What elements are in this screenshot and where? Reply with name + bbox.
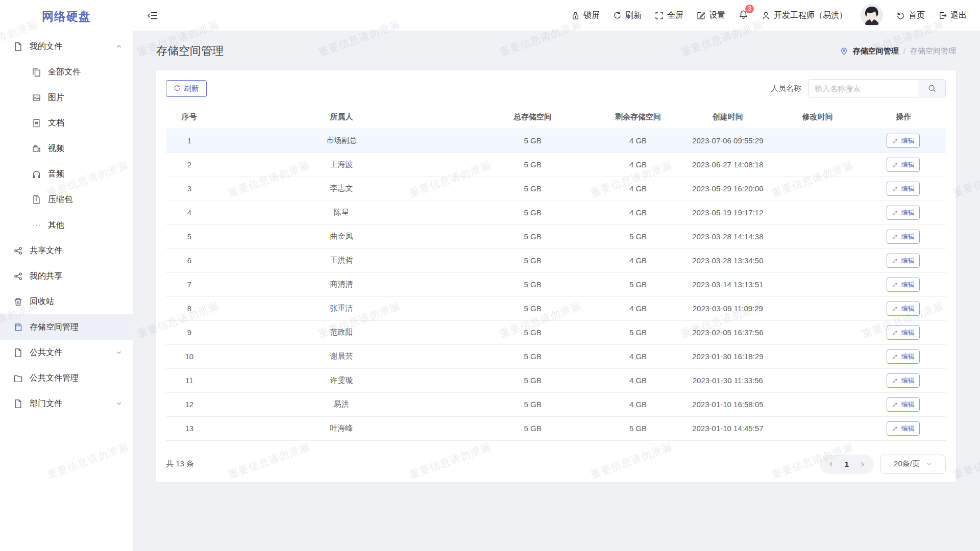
sidebar-item-public-files-management[interactable]: 公共文件管理 — [0, 365, 133, 391]
cell-modified — [775, 392, 861, 416]
edit-button[interactable]: 编辑 — [887, 230, 920, 244]
prev-page-button[interactable] — [823, 461, 839, 468]
table-row[interactable]: 13叶海峰5 GB5 GB2023-01-10 14:45:57编辑 — [166, 416, 946, 440]
sidebar-item-shared-files[interactable]: 共享文件 — [0, 238, 133, 263]
table-row[interactable]: 3李志文5 GB4 GB2023-05-29 16:20:00编辑 — [166, 177, 946, 201]
next-page-button[interactable] — [855, 461, 870, 468]
edit-button[interactable]: 编辑 — [887, 373, 920, 388]
fullscreen-icon — [655, 11, 664, 20]
search-button[interactable] — [918, 80, 945, 97]
cell-no: 1 — [166, 129, 213, 153]
table-row[interactable]: 6王洪哲5 GB4 GB2023-03-28 13:34:50编辑 — [166, 248, 946, 272]
sidebar-collapse-icon[interactable] — [147, 10, 158, 21]
table-row[interactable]: 10谢晨芸5 GB4 GB2023-01-30 16:18:29编辑 — [166, 344, 946, 368]
chevron-down-icon — [926, 461, 933, 467]
table-row[interactable]: 1市场副总5 GB4 GB2023-07-06 09:55:29编辑 — [166, 129, 946, 153]
edit-button[interactable]: 编辑 — [887, 325, 920, 340]
home-button[interactable]: 首页 — [896, 10, 925, 21]
edit-button[interactable]: 编辑 — [887, 254, 920, 268]
cell-free: 5 GB — [595, 320, 681, 344]
sidebar-item-label: 公共文件 — [30, 347, 62, 358]
lock-icon — [571, 11, 580, 20]
sidebar-menu: 我的文件全部文件图片文档视频音频压缩包其他共享文件我的共享回收站存储空间管理公共… — [0, 33, 133, 416]
sidebar-item-images[interactable]: 图片 — [0, 85, 133, 110]
sidebar-item-my-files[interactable]: 我的文件 — [0, 34, 133, 59]
fullscreen-button[interactable]: 全屏 — [655, 10, 683, 21]
table-row[interactable]: 4陈星5 GB4 GB2023-05-19 19:17:12编辑 — [166, 201, 946, 224]
sidebar-item-others[interactable]: 其他 — [0, 212, 133, 238]
sidebar-item-documents[interactable]: 文档 — [0, 110, 133, 136]
cell-owner: 商清清 — [213, 272, 471, 296]
table-row[interactable]: 9范政阳5 GB5 GB2023-02-05 16:37:56编辑 — [166, 320, 946, 344]
cell-modified — [775, 224, 861, 248]
sidebar-item-videos[interactable]: 视频 — [0, 136, 133, 161]
edit-pen-icon — [892, 378, 898, 384]
trash-icon — [13, 297, 23, 307]
lock-screen-button[interactable]: 锁屏 — [571, 10, 600, 21]
cell-modified — [775, 153, 861, 177]
more-icon — [32, 220, 41, 230]
edit-button[interactable]: 编辑 — [887, 397, 920, 412]
logout-button[interactable]: 退出 — [938, 10, 967, 21]
sidebar-item-recycle-bin[interactable]: 回收站 — [0, 289, 133, 314]
cell-created: 2023-01-10 16:58:05 — [681, 392, 774, 416]
cell-free: 4 GB — [595, 392, 681, 416]
settings-button[interactable]: 设置 — [697, 10, 725, 21]
table-row[interactable]: 8张重洁5 GB4 GB2023-03-09 11:09:29编辑 — [166, 296, 946, 320]
pager: 1 — [820, 455, 874, 474]
sidebar-item-label: 我的文件 — [30, 41, 62, 52]
cell-owner: 易洪 — [213, 392, 471, 416]
cell-modified — [775, 296, 861, 320]
edit-button[interactable]: 编辑 — [887, 278, 920, 292]
table-row[interactable]: 7商清清5 GB5 GB2023-03-14 13:13:51编辑 — [166, 272, 946, 296]
cell-total: 5 GB — [470, 129, 595, 153]
column-header: 创建时间 — [681, 106, 774, 129]
home-icon — [896, 11, 905, 20]
cell-modified — [775, 129, 861, 153]
table-row[interactable]: 11许雯璇5 GB4 GB2023-01-30 11:33:56编辑 — [166, 368, 946, 392]
user-role-button[interactable]: 开发工程师（易洪） — [762, 10, 847, 21]
sidebar-item-public-files[interactable]: 公共文件 — [0, 340, 133, 365]
edit-pen-icon — [892, 354, 898, 360]
cell-owner: 市场副总 — [213, 129, 471, 153]
sidebar-item-department-files[interactable]: 部门文件 — [0, 391, 133, 416]
page-size-select[interactable]: 20条/页 — [880, 455, 946, 474]
edit-button[interactable]: 编辑 — [887, 158, 920, 172]
cell-owner: 陈星 — [213, 201, 471, 224]
edit-button[interactable]: 编辑 — [887, 302, 920, 316]
sidebar-item-label: 公共文件管理 — [30, 373, 79, 384]
folder-icon — [13, 373, 23, 383]
doc-icon — [13, 399, 23, 409]
edit-button[interactable]: 编辑 — [887, 206, 920, 220]
cell-no: 4 — [166, 201, 213, 224]
refresh-label: 刷新 — [625, 10, 642, 21]
edit-button-label: 编辑 — [901, 184, 914, 193]
sidebar-item-label: 部门文件 — [30, 398, 62, 409]
breadcrumb-item[interactable]: 存储空间管理 — [853, 46, 899, 56]
sidebar-item-all-files[interactable]: 全部文件 — [0, 59, 133, 85]
sidebar-item-archives[interactable]: 压缩包 — [0, 187, 133, 212]
edit-button[interactable]: 编辑 — [887, 421, 920, 436]
table-row[interactable]: 2王海波5 GB4 GB2023-06-27 14:08:18编辑 — [166, 153, 946, 177]
edit-button-label: 编辑 — [901, 232, 914, 241]
sidebar-item-my-shares[interactable]: 我的共享 — [0, 263, 133, 289]
cell-owner: 王洪哲 — [213, 248, 471, 272]
sidebar-item-audio[interactable]: 音频 — [0, 161, 133, 187]
table-row[interactable]: 5曲金凤5 GB5 GB2023-03-28 14:14:38编辑 — [166, 224, 946, 248]
sidebar-item-storage-management[interactable]: 存储空间管理 — [0, 314, 133, 340]
table-row[interactable]: 12易洪5 GB4 GB2023-01-10 16:58:05编辑 — [166, 392, 946, 416]
edit-button[interactable]: 编辑 — [887, 182, 920, 196]
video-icon — [32, 144, 41, 154]
edit-button[interactable]: 编辑 — [887, 349, 920, 364]
settings-label: 设置 — [709, 10, 725, 21]
search-input[interactable] — [808, 80, 918, 97]
page-number[interactable]: 1 — [839, 460, 855, 468]
cell-created: 2023-03-14 13:13:51 — [681, 272, 774, 296]
refresh-page-button[interactable]: 刷新 — [613, 10, 642, 21]
edit-button-label: 编辑 — [901, 136, 914, 145]
sidebar-item-label: 图片 — [48, 92, 64, 103]
refresh-table-button[interactable]: 刷新 — [166, 80, 207, 97]
avatar[interactable] — [861, 4, 883, 27]
notifications-button[interactable]: 3 — [739, 10, 748, 21]
edit-button[interactable]: 编辑 — [887, 134, 920, 148]
